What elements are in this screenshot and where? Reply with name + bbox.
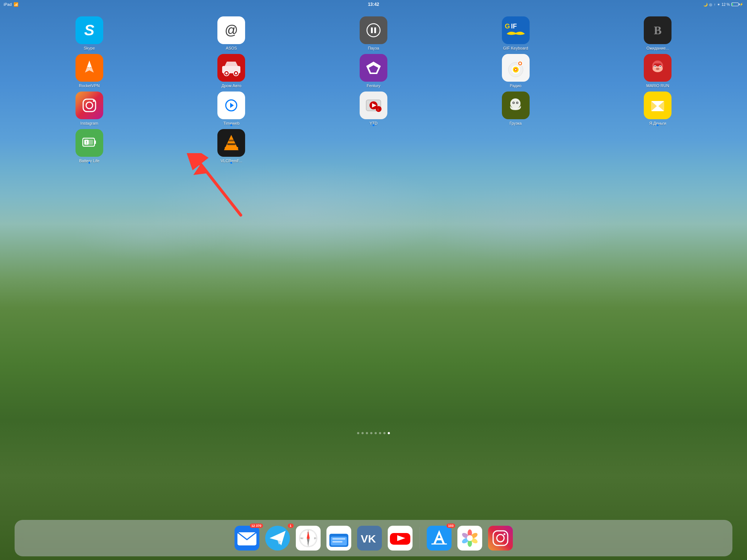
app-icon-pausa [360, 16, 374, 44]
app-dot-vlc [231, 162, 232, 164]
app-timeweb[interactable]: Timeweb [164, 92, 299, 125]
svg-rect-51 [89, 140, 93, 145]
svg-point-31 [93, 100, 94, 102]
app-grid: S Skype @ ASOS Пауза G IF [0, 13, 374, 167]
app-battery-life[interactable]: ! Battery Life [22, 129, 157, 163]
app-rocketvpn[interactable]: RocketVPN [22, 54, 157, 88]
svg-point-6 [88, 64, 91, 68]
svg-rect-48 [94, 140, 96, 144]
app-instagram[interactable]: Instagram [22, 92, 157, 125]
app-label-skype: Skype [84, 46, 95, 50]
app-icon-ytd: ↓ [360, 92, 374, 119]
app-label-pausa: Пауза [368, 46, 374, 50]
svg-marker-33 [230, 103, 234, 108]
app-icon-timeweb [217, 92, 245, 119]
app-label-instagram: Instagram [80, 121, 98, 125]
app-pausa[interactable]: Пауза [306, 16, 374, 50]
device-name: iPad [4, 2, 12, 7]
svg-point-10 [225, 72, 228, 74]
app-label-fentury: Fentury [367, 83, 374, 88]
app-icon-drom [217, 54, 245, 82]
status-bar: iPad 📶 13:42 🌙 ◎ ↑ ✶ 12 % ⚡ [0, 0, 374, 9]
svg-point-11 [235, 72, 237, 74]
app-fentury[interactable]: Fentury [306, 54, 374, 88]
app-skype[interactable]: S Skype [22, 16, 157, 50]
svg-marker-36 [372, 103, 374, 108]
svg-rect-1 [371, 27, 373, 33]
app-label-asos: ASOS [226, 46, 237, 50]
app-dot-timeweb [231, 124, 232, 126]
app-icon-instagram [76, 92, 103, 119]
app-vlc[interactable]: VLCRemF... [164, 129, 299, 163]
svg-rect-55 [227, 143, 236, 145]
app-icon-battery: ! [76, 129, 103, 157]
app-ytd[interactable]: ↓ YTD [306, 92, 374, 125]
app-dot-battery [88, 162, 90, 164]
clock: 13:42 [368, 2, 374, 7]
svg-point-30 [86, 102, 93, 109]
svg-text:!: ! [86, 140, 87, 145]
app-icon-rocket [76, 54, 103, 82]
svg-rect-56 [229, 140, 234, 141]
svg-rect-54 [225, 147, 238, 149]
app-label-rocket: RocketVPN [79, 83, 100, 88]
app-label-drom: Дром Авто [221, 83, 241, 88]
app-asos[interactable]: @ ASOS [164, 16, 299, 50]
app-icon-skype: S [76, 16, 103, 44]
wifi-icon: 📶 [13, 2, 19, 7]
app-icon-asos: @ [217, 16, 245, 44]
app-dot-ytd [372, 124, 374, 126]
app-icon-fentury [360, 54, 374, 82]
app-drom[interactable]: Дром Авто [164, 54, 299, 88]
app-icon-vlc [217, 129, 245, 157]
